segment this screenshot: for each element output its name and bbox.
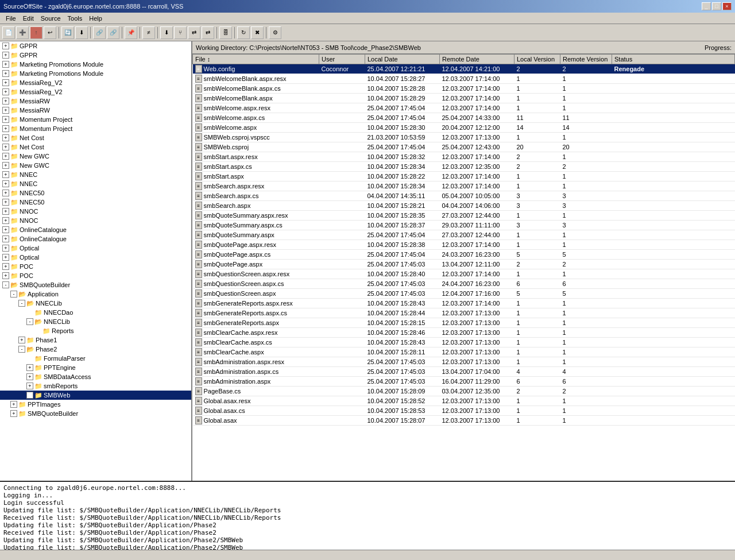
col-local-ver[interactable]: Local Version xyxy=(514,55,560,64)
tree-toggle-icon[interactable]: + xyxy=(10,410,17,417)
tb-merge-button[interactable]: ⇄ xyxy=(188,26,200,39)
table-row[interactable]: ≡PageBase.cs10.04.2007 15:28:0903.04.200… xyxy=(193,387,735,396)
minimize-button[interactable]: _ xyxy=(702,2,711,10)
tb-link-button[interactable]: 🔗 xyxy=(93,26,106,39)
tree-item[interactable]: +📁New GWC xyxy=(0,152,191,161)
table-row[interactable]: ≡smbQuestionScreen.aspx.cs25.04.2007 17:… xyxy=(193,279,735,289)
tree-item[interactable]: +📁SMBWeb xyxy=(0,391,191,400)
tree-toggle-icon[interactable]: + xyxy=(2,162,9,169)
tree-item[interactable]: +📁SMBDataAccess xyxy=(0,372,191,381)
tree-item[interactable]: +📁Momentum Project xyxy=(0,124,191,133)
table-row[interactable]: ≡smbWelcome.aspx10.04.2007 15:28:3020.04… xyxy=(193,123,735,133)
tree-panel[interactable]: +📁GPPR+📁GPPR+📁Marketing Promotions Modul… xyxy=(0,41,192,481)
tree-item[interactable]: +📁NNEC xyxy=(0,179,191,188)
table-row[interactable]: ≡smbWelcome.aspx.resx25.04.2007 17:45:04… xyxy=(193,103,735,113)
tree-item[interactable]: +📁NNEC50 xyxy=(0,188,191,198)
close-button[interactable]: × xyxy=(722,2,732,10)
tree-item[interactable]: +📁NNOC xyxy=(0,207,191,216)
menu-file[interactable]: File xyxy=(2,14,20,23)
tb-refresh-button[interactable]: 🔄 xyxy=(61,26,74,39)
tree-item[interactable]: +📁smbReports xyxy=(0,381,191,391)
tb-new-button[interactable]: 📄 xyxy=(2,26,15,39)
tree-toggle-icon[interactable]: + xyxy=(2,134,9,141)
tree-item[interactable]: 📁Reports xyxy=(0,326,191,335)
tree-item[interactable]: +📁MessiaRW xyxy=(0,106,191,115)
tree-toggle-icon[interactable]: + xyxy=(2,180,9,187)
tree-item[interactable]: +📁Optical xyxy=(0,253,191,262)
tree-item[interactable]: +📁GPPR xyxy=(0,51,191,60)
tree-item[interactable]: +📁New GWC xyxy=(0,161,191,170)
table-row[interactable]: ≡smbAdministration.aspx.resx25.04.2007 1… xyxy=(193,357,735,367)
table-row[interactable]: ≡smbQuestionScreen.aspx.resx10.04.2007 1… xyxy=(193,269,735,279)
tree-item[interactable]: +📁Optical xyxy=(0,244,191,253)
col-status[interactable]: Status xyxy=(612,55,735,64)
tree-item[interactable]: +📁Marketing Promotions Module xyxy=(0,60,191,69)
table-row[interactable]: ≡smbQuoteSummary.aspx.cs10.04.2007 15:28… xyxy=(193,221,735,230)
tree-toggle-icon[interactable]: + xyxy=(2,43,9,49)
tb-branch-button[interactable]: ⑂ xyxy=(174,26,187,39)
tb-add-button[interactable]: ➕ xyxy=(16,26,29,39)
tree-toggle-icon[interactable]: - xyxy=(18,300,25,307)
table-row[interactable]: ≡smbStart.aspx.cs10.04.2007 15:28:3412.0… xyxy=(193,162,735,172)
table-row[interactable]: ≡smbQuoteSummary.aspx.resx10.04.2007 15:… xyxy=(193,211,735,221)
tree-toggle-icon[interactable]: - xyxy=(18,346,25,353)
table-row[interactable]: ≡smbSearch.aspx10.04.2007 15:28:2104.04.… xyxy=(193,201,735,211)
tree-toggle-icon[interactable]: + xyxy=(10,401,17,408)
tree-item[interactable]: +📁MessiaReg_V2 xyxy=(0,78,191,87)
table-row[interactable]: ≡smbQuotePage.aspx25.04.2007 17:45:0313.… xyxy=(193,260,735,269)
table-row[interactable]: ≡smbWelcomeBlank.aspx.cs10.04.2007 15:28… xyxy=(193,84,735,94)
table-row[interactable]: ≡smbGenerateReports.aspx.resx10.04.2007 … xyxy=(193,299,735,308)
table-row[interactable]: ≡smbGenerateReports.aspx.cs10.04.2007 15… xyxy=(193,308,735,318)
table-row[interactable]: ≡Web.configCoconnor25.04.2007 12:21:2112… xyxy=(193,64,735,74)
tree-item[interactable]: +📁NNOC xyxy=(0,216,191,225)
tree-item[interactable]: +📁MessiaRW xyxy=(0,96,191,106)
tree-item[interactable]: +📁SMBQuoteBuilder xyxy=(0,409,191,418)
tree-toggle-icon[interactable]: + xyxy=(26,364,33,371)
table-row[interactable]: ≡Global.asax10.04.2007 15:28:0712.03.200… xyxy=(193,416,735,426)
tree-item[interactable]: +📁PPTEngine xyxy=(0,363,191,372)
col-remote-date[interactable]: Remote Date xyxy=(440,55,514,64)
table-row[interactable]: ≡smbClearCache.aspx.resx10.04.2007 15:28… xyxy=(193,328,735,338)
tree-item[interactable]: +📁GPPR xyxy=(0,41,191,51)
tree-toggle-icon[interactable]: + xyxy=(2,153,9,160)
tree-toggle-icon[interactable]: + xyxy=(2,190,9,196)
tb-archive-button[interactable]: 🗄 xyxy=(219,26,232,39)
col-file[interactable]: File ↕ xyxy=(193,55,319,64)
table-row[interactable]: ≡smbStart.aspx10.04.2007 15:28:2212.03.2… xyxy=(193,172,735,181)
tree-toggle-icon[interactable]: + xyxy=(2,272,9,279)
tb-disconnect-button[interactable]: ✖ xyxy=(251,26,264,39)
menu-edit[interactable]: Edit xyxy=(20,14,37,23)
tree-toggle-icon[interactable]: + xyxy=(26,383,33,389)
table-row[interactable]: ≡smbWelcomeBlank.aspx.resx10.04.2007 15:… xyxy=(193,74,735,84)
table-row[interactable]: ≡smbWelcome.aspx.cs25.04.2007 17:45:0425… xyxy=(193,113,735,123)
file-table-container[interactable]: File ↕ User Local Date Remote Date Local… xyxy=(192,54,735,481)
tree-toggle-icon[interactable]: + xyxy=(2,226,9,233)
tb-refresh2-button[interactable]: ↻ xyxy=(237,26,250,39)
tree-toggle-icon[interactable]: + xyxy=(2,263,9,270)
tree-item[interactable]: 📁FormulaParser xyxy=(0,354,191,363)
tree-toggle-icon[interactable]: + xyxy=(2,144,9,150)
tree-item[interactable]: +📁MessiaReg_V2 xyxy=(0,87,191,96)
tree-item[interactable]: +📁Momentum Project xyxy=(0,115,191,124)
tree-item[interactable]: -📂NNECLib xyxy=(0,317,191,326)
table-row[interactable]: ≡smbAdministration.aspx25.04.2007 17:45:… xyxy=(193,377,735,387)
table-row[interactable]: ≡smbSearch.aspx.cs04.04.2007 14:35:1105.… xyxy=(193,191,735,201)
maximize-button[interactable]: □ xyxy=(712,2,721,10)
tb-pin-button[interactable]: 📌 xyxy=(125,26,137,39)
menu-tools[interactable]: Tools xyxy=(64,14,86,23)
table-row[interactable]: ≡smbSearch.aspx.resx10.04.2007 15:28:341… xyxy=(193,181,735,191)
tree-item[interactable]: -📂NNECLib xyxy=(0,299,191,308)
tb-link2-button[interactable]: 🔗 xyxy=(107,26,119,39)
tree-toggle-icon[interactable]: + xyxy=(2,79,9,86)
table-row[interactable]: ≡smbClearCache.aspx10.04.2007 15:28:1112… xyxy=(193,347,735,357)
table-row[interactable]: ≡smbClearCache.aspx.cs10.04.2007 15:28:4… xyxy=(193,338,735,347)
table-row[interactable]: ≡smbQuotePage.aspx.resx10.04.2007 15:28:… xyxy=(193,240,735,250)
table-row[interactable]: ≡smbAdministration.aspx.cs25.04.2007 17:… xyxy=(193,367,735,377)
tree-item[interactable]: +📁PPTImages xyxy=(0,400,191,409)
tree-item[interactable]: +📁Net Cost xyxy=(0,142,191,152)
tree-item[interactable]: +📁NNEC50 xyxy=(0,198,191,207)
table-row[interactable]: ≡smbStart.aspx.resx10.04.2007 15:28:3212… xyxy=(193,152,735,162)
col-remote-ver[interactable]: Remote Version xyxy=(560,55,612,64)
tree-toggle-icon[interactable]: + xyxy=(2,52,9,59)
tree-item[interactable]: -📂Application xyxy=(0,289,191,299)
